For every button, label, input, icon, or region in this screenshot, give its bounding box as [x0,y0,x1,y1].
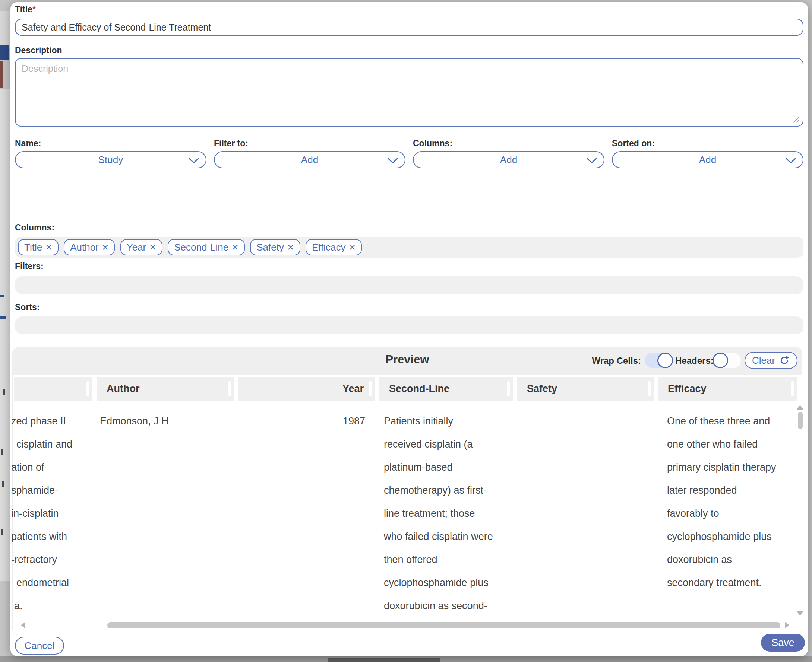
header-label: Efficacy [668,383,707,395]
title-label-text: Title [15,5,32,14]
remove-chip-icon[interactable]: × [150,242,156,253]
chevron-down-icon [388,158,398,164]
background-page-fragment [0,295,5,297]
required-asterisk: * [32,5,36,14]
scroll-right-arrow[interactable] [785,622,789,628]
headers-toggle[interactable] [712,353,741,368]
wrap-cells-label: Wrap Cells: [559,355,641,366]
remove-chip-icon[interactable]: × [45,242,52,253]
column-resize-handle[interactable] [507,381,510,396]
column-resize-handle[interactable] [369,381,372,396]
description-textarea[interactable] [15,58,804,127]
sorted-on-select-label: Sorted on: [612,138,655,149]
chip-label: Year [127,242,147,253]
save-button-label: Save [772,637,794,649]
horizontal-scrollbar-thumb[interactable] [107,622,780,628]
background-page-fragment [2,449,3,455]
column-chip-author[interactable]: Author × [64,239,115,255]
header-label: Second-Line [389,383,450,395]
table-header-safety[interactable]: Safety [517,377,654,401]
wrap-cells-toggle[interactable] [645,353,673,368]
remove-chip-icon[interactable]: × [232,242,238,253]
toggle-knob [712,353,728,368]
columns-chip-bar: Title × Author × Year × Second-Line × Sa… [15,237,804,258]
column-resize-handle[interactable] [791,381,794,396]
table-cell-efficacy: One of these three and one other who fai… [667,410,776,594]
sorted-on-select[interactable]: Add [612,151,804,168]
filter-to-select-value: Add [301,154,318,166]
sorted-on-select-value: Add [699,154,716,166]
clear-button-label: Clear [752,355,775,366]
name-select-value: Study [98,154,123,166]
background-page-fragment [1,529,3,535]
column-resize-handle[interactable] [648,381,651,396]
chip-label: Title [24,242,42,253]
chevron-down-icon [586,158,597,164]
column-chip-efficacy[interactable]: Efficacy × [306,239,362,255]
chevron-down-icon [786,158,796,164]
columns-select-label: Columns: [413,138,453,149]
name-select-label: Name: [15,138,41,149]
table-header-efficacy[interactable]: Efficacy [658,377,797,401]
remove-chip-icon[interactable]: × [102,242,109,253]
table-cell-second-line: Patients initially received cisplatin (a… [384,410,493,617]
column-chip-safety[interactable]: Safety × [250,239,300,255]
remove-chip-icon[interactable]: × [287,242,294,253]
background-page-fragment [328,658,440,662]
headers-label: Headers: [675,355,714,366]
scroll-up-arrow[interactable] [797,405,804,410]
filters-bar [15,276,804,294]
filter-to-select[interactable]: Add [214,151,406,168]
background-page-fragment [0,61,3,88]
table-cell-author: Edmonson, J H [100,410,169,433]
header-label: Year [342,383,364,395]
table-header-author[interactable]: Author [97,377,234,401]
background-page-fragment [0,317,6,319]
scroll-down-arrow[interactable] [797,611,804,616]
cancel-button-label: Cancel [24,640,55,652]
remove-chip-icon[interactable]: × [349,242,356,253]
background-page-fragment [3,389,5,395]
clear-button[interactable]: Clear [744,352,798,369]
save-button[interactable]: Save [761,634,805,652]
columns-chips-label: Columns: [15,223,55,233]
table-header-year[interactable]: Year [238,377,375,401]
chip-label: Author [70,242,99,253]
background-page-fragment [0,89,10,581]
background-page-fragment [2,481,4,487]
filter-to-select-label: Filter to: [214,138,248,149]
chip-label: Safety [256,242,284,253]
column-chip-year[interactable]: Year × [120,239,163,255]
sorts-label: Sorts: [15,302,40,312]
header-label: Author [106,383,139,395]
filters-label: Filters: [15,261,44,272]
column-resize-handle[interactable] [228,381,231,396]
table-cell-year: 1987 [238,410,365,433]
columns-select-value: Add [500,154,517,166]
toggle-knob [657,353,673,368]
name-select[interactable]: Study [15,151,206,168]
column-chip-second-line[interactable]: Second-Line × [168,239,245,255]
columns-select[interactable]: Add [413,151,604,168]
description-label: Description [15,45,62,55]
table-header-second-line[interactable]: Second-Line [379,377,513,401]
textarea-resize-handle-icon[interactable] [791,115,801,124]
column-chip-title[interactable]: Title × [18,239,58,255]
background-page-fragment [0,45,9,59]
column-resize-handle[interactable] [87,381,89,396]
vertical-scrollbar-thumb[interactable] [798,412,803,429]
chevron-down-icon [188,158,199,164]
cancel-button[interactable]: Cancel [15,637,64,654]
chip-label: Efficacy [312,242,346,253]
title-input[interactable] [15,19,804,36]
table-cell-title-clipped: zed phase II cisplatin and ation of spha… [11,410,92,617]
header-label: Safety [527,383,557,395]
table-header-cell-0[interactable] [14,377,92,401]
title-label: Title* [15,5,36,14]
scroll-left-arrow[interactable] [21,622,25,628]
refresh-icon [779,355,790,366]
sorts-bar [15,317,804,334]
chip-label: Second-Line [174,242,229,253]
background-page-fragment [0,11,10,48]
